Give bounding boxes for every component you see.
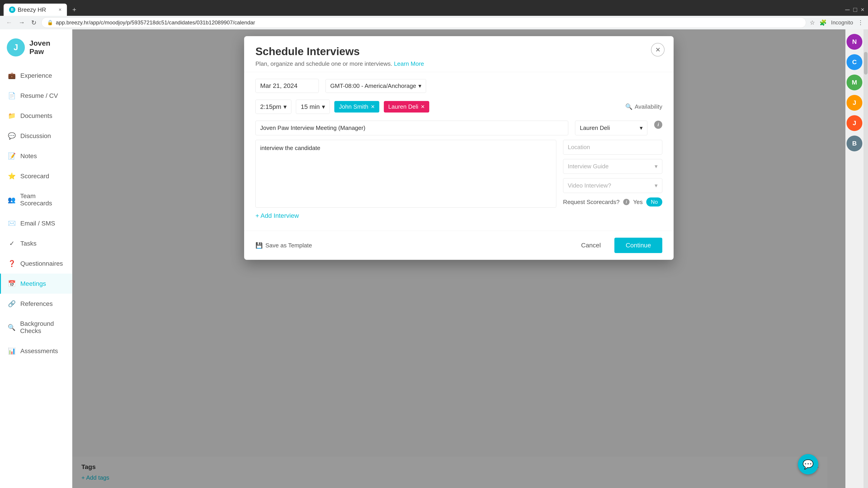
right-avatars-panel: N C M J J B [845,29,864,488]
sidebar-item-meetings[interactable]: 📅 Meetings [0,273,72,294]
interviewer-tag-lauren[interactable]: Lauren Deli ✕ [384,101,429,112]
sidebar-item-references[interactable]: 🔗 References [0,294,72,314]
availability-label: Availability [635,103,662,110]
experience-icon: 💼 [8,72,16,79]
avatar-m[interactable]: M [846,74,862,90]
duration-dropdown-icon: ▾ [322,103,325,110]
modal-title: Schedule Interviews [255,45,662,58]
sidebar-item-notes[interactable]: 📝 Notes [0,146,72,166]
learn-more-link[interactable]: Learn More [394,60,424,67]
interviewer-dropdown[interactable]: Lauren Deli ▾ [575,121,647,135]
duration-selector[interactable]: 15 min ▾ [296,100,330,114]
remove-lauren-button[interactable]: ✕ [421,104,425,110]
sidebar-item-discussion[interactable]: 💬 Discussion [0,126,72,146]
avatar-n[interactable]: N [846,34,862,50]
add-interview-button[interactable]: + Add Interview [255,207,662,224]
duration-value: 15 min [301,103,320,110]
back-button[interactable]: ← [4,18,13,28]
time-dropdown-icon: ▾ [283,103,287,110]
chat-fab-button[interactable]: 💬 [798,454,818,475]
scorecards-info-icon[interactable]: i [623,199,629,205]
sidebar-nav: 💼 Experience 📄 Resume / CV 📁 Documents 💬… [0,66,72,488]
sidebar-label-notes: Notes [20,153,37,160]
save-template-button[interactable]: 💾 Save as Template [255,242,312,249]
resume-icon: 📄 [8,92,16,99]
browser-chrome: B Breezy HR × + ─ □ × ← → ↻ 🔒 app.breezy… [0,0,868,29]
sidebar-item-tasks[interactable]: ✓ Tasks [0,233,72,254]
browser-menu-button[interactable]: Incognito [831,20,853,26]
interviewer-dropdown-arrow: ▾ [640,125,643,131]
video-interview-arrow: ▾ [655,182,657,189]
assessments-icon: 📊 [8,347,16,355]
add-interview-label: + Add Interview [255,212,299,219]
meetings-icon: 📅 [8,280,16,287]
sidebar: J Joven Paw 💼 Experience 📄 Resume / CV 📁… [0,29,72,488]
sidebar-label-resume: Resume / CV [20,92,58,99]
sidebar-label-questionnaires: Questionnaires [20,260,63,267]
modal-backdrop[interactable]: Schedule Interviews Plan, organize and s… [72,29,845,488]
avatar-b[interactable]: B [846,135,862,151]
sidebar-item-email-sms[interactable]: ✉️ Email / SMS [0,213,72,233]
refresh-button[interactable]: ↻ [30,18,38,28]
scorecard-icon: ⭐ [8,172,16,180]
no-badge-button[interactable]: No [646,197,662,206]
time-selector[interactable]: 2:15pm ▾ [255,100,291,114]
save-template-icon: 💾 [255,242,263,249]
date-value: Mar 21, 2024 [260,82,298,89]
minimize-button[interactable]: ─ [845,6,850,13]
notes-icon: 📝 [8,152,16,160]
new-tab-button[interactable]: + [69,6,80,13]
references-icon: 🔗 [8,300,16,307]
more-options-button[interactable]: ⋮ [858,19,864,26]
avatar-c[interactable]: C [846,54,862,70]
modal-subtitle: Plan, organize and schedule one or more … [255,60,662,67]
app-container: J Joven Paw 💼 Experience 📄 Resume / CV 📁… [0,29,868,488]
tab-close-button[interactable]: × [59,7,61,13]
continue-button[interactable]: Continue [614,238,662,253]
active-tab[interactable]: B Breezy HR × [4,4,67,16]
avatar-j2[interactable]: J [846,115,862,131]
interviewer-info-icon[interactable]: i [654,121,662,129]
background-checks-icon: 🔍 [8,324,16,331]
cancel-button[interactable]: Cancel [572,238,610,253]
forward-button[interactable]: → [17,18,26,28]
sidebar-item-questionnaires[interactable]: ❓ Questionnaires [0,254,72,273]
video-interview-field[interactable]: Video Interview? ▾ [563,178,662,193]
location-field[interactable]: Location [563,140,662,155]
yes-label: Yes [633,199,643,205]
video-interview-placeholder: Video Interview? [568,182,611,189]
url-text: app.breezy.hr/app/c/moodjoy/p/59357218dc… [56,20,800,26]
meeting-title-input[interactable] [255,121,568,135]
sidebar-item-resume[interactable]: 📄 Resume / CV [0,86,72,106]
browser-toolbar: ← → ↻ 🔒 app.breezy.hr/app/c/moodjoy/p/59… [0,16,868,29]
sidebar-item-experience[interactable]: 💼 Experience [0,66,72,86]
timezone-field[interactable]: GMT-08:00 - America/Anchorage ▾ [326,79,426,93]
sidebar-label-team-scorecards: Team Scorecards [20,193,65,207]
time-value: 2:15pm [260,103,281,110]
bookmark-icon[interactable]: ☆ [810,19,815,26]
interview-guide-field[interactable]: Interview Guide ▾ [563,159,662,174]
sidebar-item-scorecard[interactable]: ⭐ Scorecard [0,166,72,186]
incognito-label: Incognito [831,20,853,26]
user-avatar: J [7,38,25,57]
scroll-strip[interactable] [864,29,868,488]
discussion-icon: 💬 [8,132,16,140]
date-field[interactable]: Mar 21, 2024 [255,79,319,93]
close-window-button[interactable]: × [861,6,864,13]
interview-guide-placeholder: Interview Guide [568,163,609,170]
address-bar[interactable]: 🔒 app.breezy.hr/app/c/moodjoy/p/59357218… [41,18,806,28]
sidebar-label-references: References [20,300,53,307]
extensions-icon[interactable]: 🧩 [819,19,827,26]
modal-close-button[interactable]: ✕ [651,43,664,57]
sidebar-item-team-scorecards[interactable]: 👥 Team Scorecards [0,186,72,213]
availability-button[interactable]: 🔍 Availability [625,103,662,110]
avatar-j1[interactable]: J [846,95,862,111]
sidebar-item-assessments[interactable]: 📊 Assessments [0,341,72,361]
save-template-label: Save as Template [266,242,312,249]
notes-textarea[interactable]: interview the candidate [255,140,556,207]
remove-john-button[interactable]: ✕ [371,104,375,110]
maximize-button[interactable]: □ [853,6,857,13]
interviewer-tag-john[interactable]: John Smith ✕ [334,101,379,112]
sidebar-item-background-checks[interactable]: 🔍 Background Checks [0,314,72,341]
sidebar-item-documents[interactable]: 📁 Documents [0,106,72,126]
